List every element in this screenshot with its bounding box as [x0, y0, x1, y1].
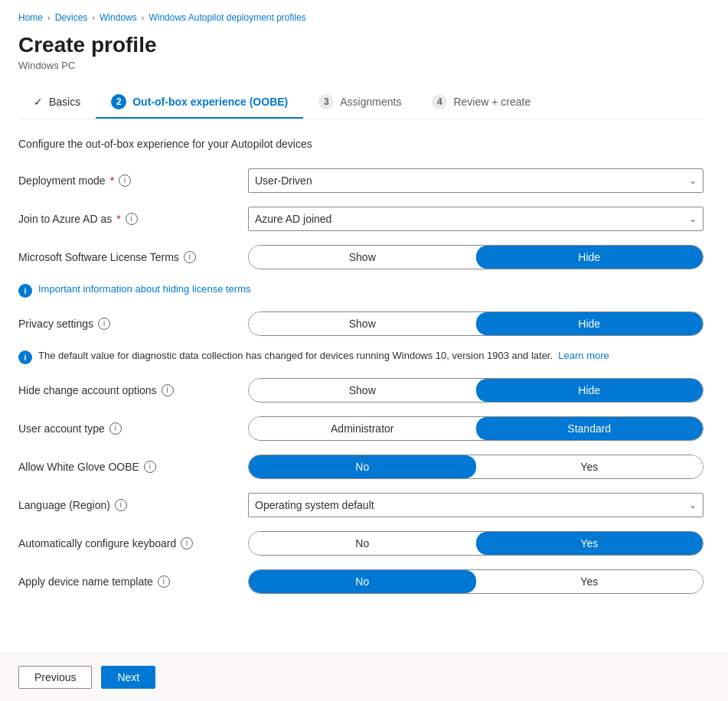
privacy-info-text: The default value for diagnostic data co… [38, 350, 609, 361]
info-icon-azure[interactable]: i [126, 213, 138, 225]
toggle-auto-keyboard: No Yes [248, 531, 704, 556]
breadcrumb-sep-2: › [92, 13, 95, 22]
required-star-deployment: * [110, 174, 114, 187]
toggle-device-name: No Yes [248, 569, 704, 594]
label-language: Language (Region) i [18, 499, 248, 511]
label-device-name: Apply device name template i [18, 575, 248, 588]
tab-basics-label: Basics [49, 96, 80, 108]
section-description: Configure the out-of-box experience for … [18, 138, 704, 150]
toggle-hide-account: Show Hide [248, 378, 704, 403]
toggle-auto-keyboard-no[interactable]: No [249, 532, 476, 555]
breadcrumb: Home › Devices › Windows › Windows Autop… [18, 12, 704, 23]
breadcrumb-devices[interactable]: Devices [55, 12, 88, 23]
dropdown-language[interactable]: Operating system default ⌄ [248, 493, 704, 517]
toggle-privacy-hide[interactable]: Hide [476, 312, 704, 335]
info-icon-device-name[interactable]: i [158, 575, 170, 588]
breadcrumb-windows[interactable]: Windows [100, 12, 137, 23]
control-device-name: No Yes [248, 569, 704, 594]
form-row-device-name: Apply device name template i No Yes [18, 569, 704, 594]
label-auto-keyboard: Automatically configure keyboard i [18, 537, 248, 549]
dropdown-deployment-arrow: ⌄ [689, 175, 697, 186]
breadcrumb-profiles[interactable]: Windows Autopilot deployment profiles [149, 12, 305, 23]
label-hide-account: Hide change account options i [18, 384, 248, 396]
info-icon-ms-license[interactable]: i [184, 251, 196, 263]
dropdown-language-arrow: ⌄ [689, 500, 697, 510]
control-language: Operating system default ⌄ [248, 493, 704, 517]
toggle-white-glove-yes[interactable]: Yes [476, 455, 704, 478]
breadcrumb-sep-1: › [47, 13, 51, 22]
toggle-ms-license-hide[interactable]: Hide [476, 246, 704, 269]
dropdown-azure-arrow: ⌄ [689, 214, 697, 224]
control-ms-license: Show Hide [248, 245, 704, 269]
form-row-auto-keyboard: Automatically configure keyboard i No Ye… [18, 531, 704, 556]
tabs-container: ✓ Basics 2 Out-of-box experience (OOBE) … [18, 86, 704, 119]
label-user-account: User account type i [18, 422, 248, 435]
license-info-text: Important information about hiding licen… [38, 283, 250, 295]
previous-button[interactable]: Previous [18, 666, 92, 689]
toggle-device-name-yes[interactable]: Yes [476, 570, 704, 593]
toggle-hide-account-show[interactable]: Show [249, 379, 476, 402]
dropdown-deployment-mode[interactable]: User-Driven ⌄ [248, 168, 704, 193]
control-white-glove: No Yes [248, 455, 704, 479]
next-button[interactable]: Next [101, 666, 155, 689]
toggle-white-glove-no[interactable]: No [249, 455, 476, 478]
dropdown-deployment-value: User-Driven [255, 174, 312, 187]
info-circle-license: i [18, 284, 32, 298]
toggle-user-account-standard[interactable]: Standard [476, 417, 704, 440]
info-icon-user-account[interactable]: i [109, 422, 122, 435]
info-icon-deployment[interactable]: i [119, 174, 131, 187]
dropdown-language-value: Operating system default [255, 499, 374, 511]
info-icon-language[interactable]: i [115, 499, 127, 511]
privacy-learn-more-link[interactable]: Learn more [558, 350, 609, 361]
toggle-user-account-admin[interactable]: Administrator [249, 417, 476, 440]
form-row-privacy: Privacy settings i Show Hide [18, 311, 704, 336]
form-row-user-account: User account type i Administrator Standa… [18, 416, 704, 441]
label-join-azure: Join to Azure AD as * i [18, 213, 248, 225]
dropdown-azure-value: Azure AD joined [255, 213, 331, 225]
toggle-hide-account-hide[interactable]: Hide [476, 379, 704, 402]
tab-review-number: 4 [432, 94, 447, 109]
toggle-ms-license: Show Hide [248, 245, 704, 269]
label-ms-license: Microsoft Software License Terms i [18, 251, 248, 263]
label-privacy: Privacy settings i [18, 318, 248, 330]
page-title: Create profile [18, 32, 704, 58]
toggle-ms-license-show[interactable]: Show [249, 246, 476, 269]
tab-assignments-number: 3 [318, 94, 334, 109]
toggle-device-name-no[interactable]: No [249, 570, 476, 593]
info-icon-auto-keyboard[interactable]: i [181, 537, 193, 549]
license-info-link[interactable]: Important information about hiding licen… [38, 283, 250, 295]
tab-basics[interactable]: ✓ Basics [18, 88, 96, 117]
tab-review-label: Review + create [453, 96, 530, 108]
breadcrumb-home[interactable]: Home [18, 12, 43, 23]
info-icon-privacy[interactable]: i [98, 318, 110, 330]
control-deployment-mode: User-Driven ⌄ [248, 168, 704, 193]
form-row-ms-license: Microsoft Software License Terms i Show … [18, 245, 704, 269]
breadcrumb-sep-3: › [142, 13, 145, 22]
info-icon-white-glove[interactable]: i [144, 461, 156, 473]
tab-oobe-label: Out-of-box experience (OOBE) [132, 96, 288, 108]
form-row-language: Language (Region) i Operating system def… [18, 493, 704, 517]
tab-assignments-label: Assignments [340, 96, 401, 108]
toggle-user-account: Administrator Standard [248, 416, 704, 441]
license-info-banner: i Important information about hiding lic… [18, 283, 704, 298]
form-row-hide-account: Hide change account options i Show Hide [18, 378, 704, 403]
form-row-join-azure: Join to Azure AD as * i Azure AD joined … [18, 207, 704, 231]
control-join-azure: Azure AD joined ⌄ [248, 207, 704, 231]
toggle-auto-keyboard-yes[interactable]: Yes [476, 532, 704, 555]
dropdown-join-azure[interactable]: Azure AD joined ⌄ [248, 207, 704, 231]
tab-oobe-number: 2 [111, 94, 126, 109]
tab-oobe[interactable]: 2 Out-of-box experience (OOBE) [96, 86, 303, 119]
required-star-azure: * [116, 213, 120, 225]
page-wrapper: Home › Devices › Windows › Windows Autop… [0, 0, 728, 701]
control-hide-account: Show Hide [248, 378, 704, 403]
tab-assignments[interactable]: 3 Assignments [303, 86, 416, 119]
control-privacy: Show Hide [248, 311, 704, 336]
toggle-privacy-show[interactable]: Show [249, 312, 476, 335]
main-content: Home › Devices › Windows › Windows Autop… [0, 0, 728, 653]
toggle-privacy: Show Hide [248, 311, 704, 336]
info-icon-hide-account[interactable]: i [162, 384, 174, 396]
tab-review[interactable]: 4 Review + create [416, 86, 546, 119]
page-subtitle: Windows PC [18, 60, 704, 71]
footer: Previous Next [0, 653, 728, 701]
control-user-account: Administrator Standard [248, 416, 704, 441]
